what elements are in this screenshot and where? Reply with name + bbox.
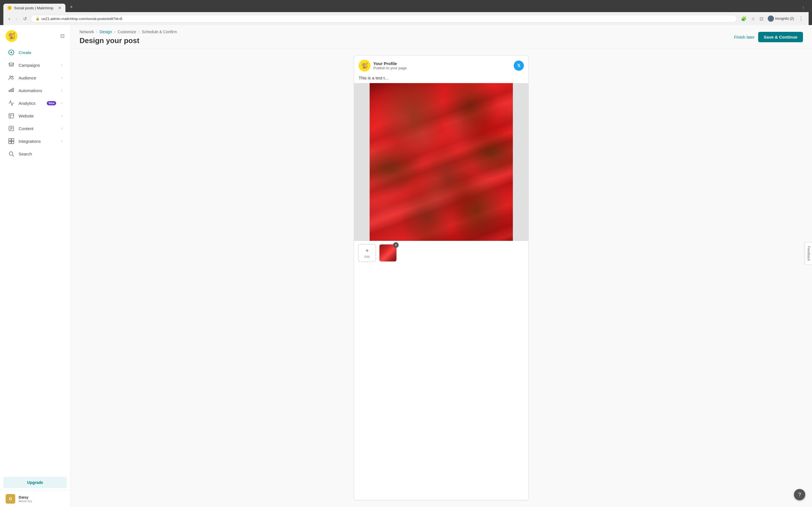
audience-chevron: › (61, 76, 62, 80)
image-toolbar: + Add ✕ (354, 241, 528, 265)
bookmark-button[interactable]: ☆ (749, 15, 757, 22)
remove-image-button[interactable]: ✕ (393, 242, 399, 248)
tab-favicon: 🐒 (7, 6, 12, 10)
add-label: Add (364, 255, 370, 258)
post-gray-left (354, 83, 370, 241)
post-username: Your Profile (373, 61, 407, 66)
mailchimp-logo: 🐒 (6, 30, 17, 42)
finish-later-button[interactable]: Finish later (734, 35, 755, 40)
breadcrumb-design[interactable]: Design (100, 30, 112, 34)
sidebar-item-website[interactable]: Website › (2, 110, 68, 122)
menu-button[interactable]: ⋮ (797, 14, 805, 23)
website-chevron: › (61, 114, 62, 118)
back-button[interactable]: ‹ (7, 15, 12, 23)
main-content: Network › Design › Customize › Schedule … (70, 25, 812, 507)
app-layout: 🐒 ⊡ Create Campaigns › (0, 25, 812, 507)
svg-point-4 (12, 76, 13, 77)
svg-rect-16 (11, 138, 14, 141)
help-button[interactable]: ? (794, 489, 805, 500)
header-actions: Finish later Save & Continue (734, 30, 803, 42)
sidebar-user[interactable]: D Daisy Mood Joy (0, 490, 70, 507)
content-header: Network › Design › Customize › Schedule … (70, 25, 812, 49)
audience-label: Audience (18, 75, 57, 80)
sidebar-item-audience[interactable]: Audience › (2, 71, 68, 84)
campaigns-chevron: › (61, 63, 62, 67)
search-label: Search (18, 152, 62, 156)
post-card-header: 🐒 Your Profile Publish to your page 𝕏 (354, 56, 528, 75)
save-continue-button[interactable]: Save & Continue (758, 32, 803, 42)
add-image-button[interactable]: + Add (358, 244, 376, 262)
post-avatar: 🐒 (359, 60, 370, 71)
campaigns-label: Campaigns (18, 63, 57, 68)
svg-rect-8 (9, 114, 14, 118)
analytics-label: Analytics (18, 101, 43, 106)
sidebar-item-automations[interactable]: Automations › (2, 84, 68, 97)
post-image (370, 83, 513, 241)
analytics-icon (8, 100, 15, 107)
upgrade-button[interactable]: Upgrade (3, 477, 67, 488)
sidebar-item-create[interactable]: Create (2, 46, 68, 59)
incognito-avatar: 👤 (768, 15, 774, 22)
user-info: Daisy Mood Joy (18, 495, 32, 503)
incognito-button[interactable]: 👤 Incognito (2) (766, 14, 796, 23)
split-view-button[interactable]: ⊡ (758, 15, 765, 22)
automations-label: Automations (18, 88, 57, 93)
user-name: Daisy (18, 495, 32, 499)
post-image-container (354, 83, 528, 241)
automations-chevron: › (61, 89, 62, 93)
active-tab[interactable]: 🐒 Social posts | Mailchimp ✕ (3, 4, 65, 12)
page-title: Design your post (80, 36, 177, 45)
petal-layer (370, 83, 513, 241)
tab-close-icon[interactable]: ✕ (58, 6, 61, 10)
svg-line-20 (12, 155, 14, 156)
sidebar-collapse-button[interactable]: ⊡ (60, 33, 64, 39)
tab-title: Social posts | Mailchimp (14, 6, 55, 10)
forward-button[interactable]: › (14, 15, 19, 23)
analytics-badge: New (47, 101, 56, 105)
sidebar-item-content[interactable]: Content › (2, 122, 68, 135)
website-label: Website (18, 114, 57, 118)
address-text: us21.admin.mailchimp.com/social-posts/ed… (42, 17, 122, 21)
feedback-tab[interactable]: Feedback (805, 242, 812, 265)
breadcrumb-customize[interactable]: Customize (117, 30, 136, 34)
sidebar-header: 🐒 ⊡ (0, 25, 70, 46)
tab-expand-icon[interactable]: ⋮ (798, 4, 809, 12)
audience-icon (8, 74, 15, 81)
sidebar-nav: Create Campaigns › Audience › (0, 46, 70, 474)
breadcrumb-network[interactable]: Network (80, 30, 94, 34)
extensions-button[interactable]: 🧩 (739, 15, 748, 22)
post-card: 🐒 Your Profile Publish to your page 𝕏 Th… (354, 55, 529, 500)
content-label: Content (18, 126, 57, 131)
lock-icon: 🔒 (36, 17, 40, 20)
svg-point-3 (10, 76, 11, 78)
sidebar: 🐒 ⊡ Create Campaigns › (0, 25, 70, 507)
breadcrumb-sep-1: › (96, 30, 97, 34)
reload-button[interactable]: ↺ (21, 15, 29, 22)
toolbar-actions: 🧩 ☆ ⊡ 👤 Incognito (2) ⋮ (739, 14, 805, 23)
breadcrumb: Network › Design › Customize › Schedule … (80, 30, 177, 34)
svg-rect-6 (11, 89, 12, 92)
new-tab-button[interactable]: + (66, 2, 77, 12)
thumbnail-wrapper: ✕ (379, 244, 397, 262)
automations-icon (8, 87, 15, 94)
post-user-details: Your Profile Publish to your page (373, 61, 407, 70)
post-text: This is a test t… (354, 75, 528, 83)
svg-rect-18 (11, 142, 14, 144)
search-icon (8, 151, 15, 157)
create-icon (8, 49, 15, 56)
sidebar-item-campaigns[interactable]: Campaigns › (2, 59, 68, 71)
integrations-icon (8, 138, 15, 145)
browser-tabs: 🐒 Social posts | Mailchimp ✕ + ⋮ (3, 2, 809, 12)
svg-rect-17 (9, 142, 11, 144)
sidebar-item-integrations[interactable]: Integrations › (2, 135, 68, 147)
address-bar[interactable]: 🔒 us21.admin.mailchimp.com/social-posts/… (31, 15, 737, 22)
svg-rect-15 (9, 138, 11, 141)
sidebar-item-search[interactable]: Search (2, 148, 68, 160)
campaigns-icon (8, 62, 15, 68)
browser-chrome: 🐒 Social posts | Mailchimp ✕ + ⋮ ‹ › ↺ 🔒… (0, 0, 812, 25)
sidebar-item-analytics[interactable]: Analytics New › (2, 97, 68, 109)
user-avatar: D (6, 494, 15, 504)
add-icon: + (365, 247, 369, 254)
website-icon (8, 112, 15, 119)
breadcrumb-schedule[interactable]: Schedule & Confirm (142, 30, 177, 34)
